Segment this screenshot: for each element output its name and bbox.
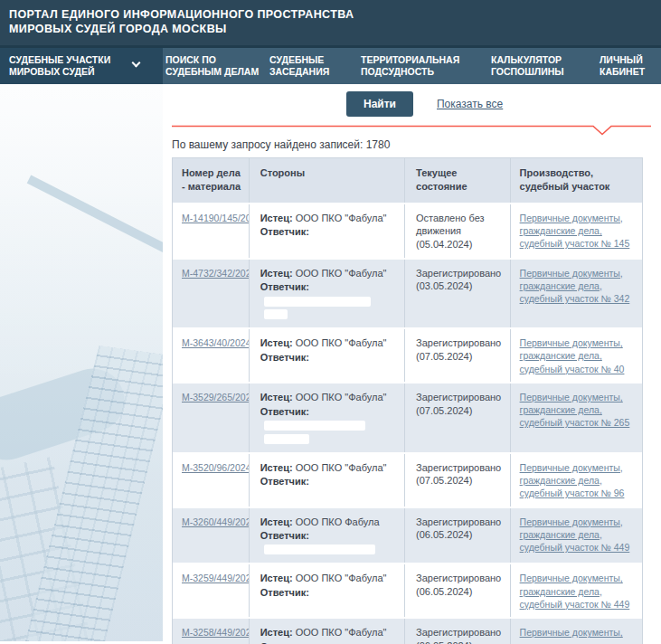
plaintiff-name: ООО ПКО "Фабула" bbox=[296, 462, 387, 473]
parties-cell: Истец: ООО ПКО ФабулаОтветчик: bbox=[250, 508, 405, 564]
status-cell: Зарегистрировано(03.05.2024) bbox=[405, 260, 511, 328]
nav-item-1[interactable]: Поиск по судебным делам bbox=[163, 48, 267, 84]
defendant-label: Ответчик: bbox=[260, 226, 309, 237]
table-row: М-14190/145/2024Истец: ООО ПКО "Фабула"О… bbox=[173, 204, 642, 260]
status-date: (07.05.2024) bbox=[416, 350, 503, 364]
production-cell: Первичные документы, гражданские дела, с… bbox=[511, 329, 642, 382]
city-aerial-image bbox=[0, 84, 163, 641]
parties-cell: Истец: ООО ПКО "Фабула"Ответчик: bbox=[250, 564, 405, 617]
case-number-link[interactable]: М-3529/265/2024 bbox=[182, 392, 250, 402]
plaintiff-label: Истец: bbox=[260, 268, 293, 279]
nav-item-4[interactable]: Калькулятор госпошлины bbox=[488, 48, 597, 84]
status-cell: Зарегистрировано(07.05.2024) bbox=[405, 454, 511, 507]
status-cell: Зарегистрировано(06.05.2024) bbox=[405, 564, 511, 617]
defendant-label: Ответчик: bbox=[260, 281, 309, 292]
status-text: Зарегистрировано bbox=[416, 336, 503, 350]
col-header-status: Текущее состояние bbox=[405, 158, 511, 203]
nav-item-label: Судебные заседания bbox=[269, 54, 358, 78]
case-number-link[interactable]: М-14190/145/2024 bbox=[182, 213, 250, 223]
city-road-shape bbox=[27, 175, 163, 274]
production-link[interactable]: Первичные документы, гражданские дела, с… bbox=[520, 267, 635, 306]
plaintiff-name: ООО ПКО "Фабула" bbox=[296, 268, 387, 279]
status-text: Зарегистрировано bbox=[416, 461, 503, 475]
status-date: (07.05.2024) bbox=[416, 474, 503, 488]
show-all-link[interactable]: Показать все bbox=[437, 98, 503, 110]
table-row: М-4732/342/2024Истец: ООО ПКО "Фабула"От… bbox=[173, 260, 642, 330]
case-number-link[interactable]: М-4732/342/2024 bbox=[182, 268, 250, 279]
production-cell: Первичные документы, гражданские дела, с… bbox=[511, 384, 642, 452]
case-number-cell: М-4732/342/2024 bbox=[173, 260, 250, 328]
production-link[interactable]: Первичные документы, гражданские дела, с… bbox=[520, 212, 635, 251]
production-link[interactable]: Первичные документы, гражданские дела, с… bbox=[520, 516, 635, 554]
parties-cell: Истец: ООО ПКО "Фабула"Ответчик: bbox=[250, 384, 405, 452]
results-summary: По вашему запросу найдено записей: 1780 bbox=[172, 138, 661, 151]
production-link[interactable]: Первичные документы, гражданские дела, с… bbox=[520, 336, 635, 375]
col-header-parties: Стороны bbox=[250, 158, 405, 203]
nav-item-label: Поиск по судебным делам bbox=[165, 54, 267, 78]
table-row: М-3520/96/2024Истец: ООО ПКО "Фабула"Отв… bbox=[173, 454, 642, 508]
production-cell: Первичные документы, гражданские дела, с… bbox=[511, 508, 642, 564]
table-row: М-3259/449/2024Истец: ООО ПКО "Фабула"От… bbox=[173, 564, 642, 619]
nav-item-3[interactable]: Территориальная подсудность bbox=[358, 48, 488, 84]
status-date: (06.05.2024) bbox=[416, 528, 503, 542]
case-number-link[interactable]: М-3643/40/2024 bbox=[182, 337, 250, 348]
case-number-cell: М-3259/449/2024 bbox=[173, 564, 250, 617]
status-date: (06.05.2024) bbox=[416, 639, 503, 644]
case-number-cell: М-3260/449/2024 bbox=[173, 508, 250, 564]
status-date: (07.05.2024) bbox=[416, 404, 503, 418]
site-title: Портал единого информационного пространс… bbox=[9, 7, 661, 36]
plaintiff-name: ООО ПКО "Фабула" bbox=[296, 337, 387, 348]
col-header-case-number: Номер дела - материала bbox=[173, 158, 250, 203]
production-cell: Первичные документы, гражданские дела, с… bbox=[511, 564, 642, 617]
case-number-link[interactable]: М-3520/96/2024 bbox=[182, 462, 250, 473]
plaintiff-name: ООО ПКО Фабула bbox=[296, 516, 380, 527]
parties-cell: Истец: ООО ПКО "Фабула"Ответчик: bbox=[250, 329, 405, 382]
nav-item-label: Территориальная подсудность bbox=[361, 54, 488, 78]
case-number-cell: М-3529/265/2024 bbox=[173, 384, 250, 452]
table-row: М-3529/265/2024Истец: ООО ПКО "Фабула"От… bbox=[173, 384, 642, 454]
plaintiff-label: Истец: bbox=[260, 213, 293, 223]
case-number-cell: М-3258/449/2024 bbox=[173, 619, 250, 644]
redacted-defendant-name bbox=[264, 545, 375, 554]
status-text: Зарегистрировано bbox=[416, 516, 503, 529]
nav-item-label: Личный кабинет bbox=[600, 54, 661, 78]
plaintiff-label: Истец: bbox=[260, 516, 293, 527]
production-link[interactable]: Первичные документы, гражданские дела, с… bbox=[520, 391, 635, 430]
status-date: (03.05.2024) bbox=[416, 279, 503, 293]
case-number-link[interactable]: М-3260/449/2024 bbox=[182, 516, 250, 527]
parties-cell: Истец: ООО ПКО "Фабула"Ответчик: bbox=[250, 454, 405, 507]
content-area: Найти Показать все По вашему запросу най… bbox=[0, 84, 661, 641]
production-link[interactable]: Первичные документы, гражданские дела, с… bbox=[520, 626, 635, 644]
parties-cell: Истец: ООО ПКО "Фабула"Ответчик: bbox=[250, 619, 405, 644]
production-link[interactable]: Первичные документы, гражданские дела, с… bbox=[520, 572, 635, 611]
col-header-production: Производство, судебный участок bbox=[511, 158, 642, 203]
case-number-link[interactable]: М-3258/449/2024 bbox=[182, 627, 250, 638]
production-cell: Первичные документы, гражданские дела, с… bbox=[511, 454, 642, 507]
plaintiff-name: ООО ПКО "Фабула" bbox=[296, 627, 387, 638]
nav-item-2[interactable]: Судебные заседания bbox=[267, 48, 358, 84]
parties-cell: Истец: ООО ПКО "Фабула"Ответчик: bbox=[250, 260, 405, 328]
production-link[interactable]: Первичные документы, гражданские дела, с… bbox=[520, 461, 635, 500]
status-cell: Зарегистрировано(07.05.2024) bbox=[405, 384, 511, 452]
cases-table: Номер дела - материала Стороны Текущее с… bbox=[172, 157, 643, 644]
nav-item-0[interactable]: Судебные участки мировых судей bbox=[0, 48, 163, 84]
status-date: (06.05.2024) bbox=[416, 585, 503, 599]
case-number-link[interactable]: М-3259/449/2024 bbox=[182, 573, 250, 583]
case-number-cell: М-14190/145/2024 bbox=[173, 204, 250, 258]
status-text: Оставлено без движения bbox=[416, 212, 503, 238]
plaintiff-label: Истец: bbox=[260, 573, 293, 583]
plaintiff-name: ООО ПКО "Фабула" bbox=[296, 213, 387, 223]
nav-item-5[interactable]: Личный кабинет bbox=[597, 48, 661, 84]
collapse-rule-notch[interactable] bbox=[172, 125, 652, 137]
plaintiff-label: Истец: bbox=[260, 462, 293, 473]
parties-cell: Истец: ООО ПКО "Фабула"Ответчик: bbox=[250, 204, 405, 258]
find-button[interactable]: Найти bbox=[346, 91, 413, 117]
table-row: М-3258/449/2024Истец: ООО ПКО "Фабула"От… bbox=[173, 619, 642, 644]
search-toolbar: Найти Показать все bbox=[346, 91, 661, 117]
plaintiff-label: Истец: bbox=[260, 627, 293, 638]
plaintiff-name: ООО ПКО "Фабула" bbox=[296, 573, 387, 583]
status-text: Зарегистрировано bbox=[416, 572, 503, 585]
status-text: Зарегистрировано bbox=[416, 626, 503, 639]
redacted-defendant-name bbox=[264, 421, 365, 431]
status-cell: Оставлено без движения(05.04.2024) bbox=[405, 204, 511, 258]
